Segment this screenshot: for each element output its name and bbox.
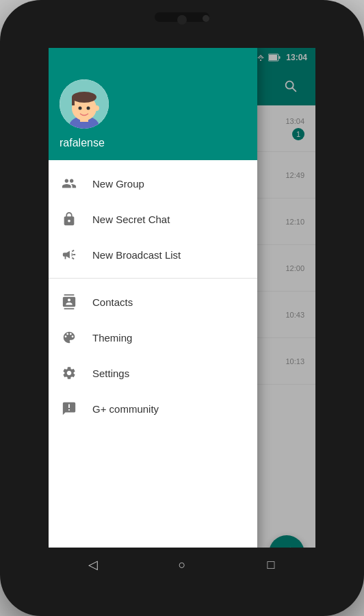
drawer-username: rafalense	[60, 137, 246, 149]
group-icon	[60, 174, 79, 193]
navigation-drawer: rafalense New Group	[49, 48, 257, 582]
menu-item-new-broadcast[interactable]: New Broadcast List	[49, 237, 257, 272]
community-label: G+ community	[92, 403, 159, 415]
menu-group-other: Contacts Theming	[49, 284, 257, 432]
back-icon: ◁	[88, 557, 98, 572]
contacts-icon	[60, 292, 79, 311]
camera-dot	[203, 15, 209, 22]
recents-icon: □	[268, 558, 275, 572]
menu-item-theming[interactable]: Theming	[49, 320, 257, 355]
svg-point-15	[87, 107, 90, 110]
phone-frame: ▲ 13:04 Telegram	[0, 0, 364, 616]
svg-point-16	[94, 105, 99, 111]
avatar-image	[60, 79, 109, 129]
home-icon: ○	[179, 558, 186, 572]
settings-label: Settings	[92, 368, 129, 379]
bottom-navigation: ◁ ○ □	[49, 548, 315, 582]
menu-group-create: New Group New Secret Chat	[49, 166, 257, 279]
settings-icon	[60, 363, 79, 383]
user-avatar	[60, 79, 109, 129]
new-secret-chat-label: New Secret Chat	[92, 214, 170, 225]
menu-item-settings[interactable]: Settings	[49, 355, 257, 391]
home-button[interactable]: ○	[168, 551, 196, 578]
drawer-header: rafalense	[49, 48, 257, 160]
drawer-menu: New Group New Secret Chat	[49, 160, 257, 582]
menu-item-new-group[interactable]: New Group	[49, 166, 257, 201]
community-icon	[60, 399, 79, 418]
svg-point-14	[79, 107, 82, 110]
contacts-label: Contacts	[92, 296, 133, 308]
back-button[interactable]: ◁	[79, 551, 107, 578]
svg-point-12	[72, 92, 96, 103]
menu-item-community[interactable]: G+ community	[49, 391, 257, 426]
lock-icon	[60, 209, 79, 229]
menu-item-new-secret-chat[interactable]: New Secret Chat	[49, 201, 257, 237]
recents-button[interactable]: □	[257, 551, 285, 578]
new-group-label: New Group	[92, 178, 144, 190]
palette-icon	[60, 328, 79, 347]
screen: ▲ 13:04 Telegram	[49, 48, 315, 582]
menu-item-contacts[interactable]: Contacts	[49, 284, 257, 320]
megaphone-icon	[60, 245, 79, 264]
svg-rect-13	[72, 97, 75, 105]
new-broadcast-label: New Broadcast List	[92, 249, 181, 261]
theming-label: Theming	[92, 332, 132, 344]
